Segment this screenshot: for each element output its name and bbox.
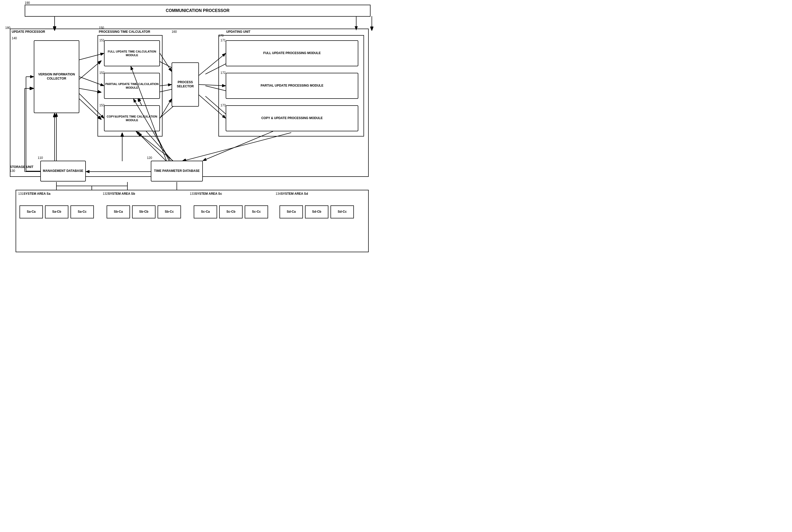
sc-cb-box: Sc-Cb xyxy=(219,205,243,218)
system-area-sd-label: SYSTEM AREA Sd xyxy=(281,192,308,195)
sd-cc-label: Sd-Cc xyxy=(338,210,347,214)
ref-190: 190 xyxy=(25,1,30,5)
sa-cb-label: Sa-Cb xyxy=(52,210,61,214)
sa-ca-label: Sa-Ca xyxy=(27,210,36,214)
partial-update-processing-box: PARTIAL UPDATE PROCESSING MODULE xyxy=(226,73,358,99)
storage-unit-label: STORAGE UNIT xyxy=(10,165,33,169)
copy-update-time-calc-label: COPY&UPDATE TIME CALCULATION MODULE xyxy=(104,115,159,122)
sa-cc-box: Sa-Cc xyxy=(71,205,94,218)
sd-cb-box: Sd-Cb xyxy=(305,205,328,218)
sb-cc-label: Sb-Cc xyxy=(165,210,174,214)
update-processor-label: UPDATE PROCESSOR xyxy=(12,30,45,34)
sc-ca-box: Sc-Ca xyxy=(194,205,217,218)
ref-172: 172 xyxy=(220,71,226,75)
process-selector-label: PROCESS SELECTOR xyxy=(172,80,198,89)
full-update-time-calc-box: FULL UPDATE TIME CALCULATION MODULE xyxy=(104,40,160,66)
ref-150: 150 xyxy=(99,26,104,30)
partial-update-time-calc-box: PARTIAL UPDATE TIME CALCULATION MODULE xyxy=(104,73,160,99)
ref-131: 131 xyxy=(18,192,23,195)
sd-cc-box: Sd-Cc xyxy=(330,205,354,218)
sb-cb-box: Sb-Cb xyxy=(132,205,155,218)
sb-cc-box: Sb-Cc xyxy=(158,205,181,218)
comm-proc-label: COMMUNICATION PROCESSOR xyxy=(166,8,229,14)
ref-160: 160 xyxy=(172,30,177,34)
sc-cb-label: Sc-Cb xyxy=(227,210,236,214)
ref-120: 120 xyxy=(147,156,152,160)
copy-update-time-calc-box: COPY&UPDATE TIME CALCULATION MODULE xyxy=(104,105,160,131)
system-area-sa-label: SYSTEM AREA Sa xyxy=(23,192,51,195)
copy-update-processing-label: COPY & UPDATE PROCESSING MODULE xyxy=(261,116,323,120)
sa-cb-box: Sa-Cb xyxy=(45,205,69,218)
partial-update-time-calc-label: PARTIAL UPDATE TIME CALCULATION MODULE xyxy=(104,82,159,90)
sc-cc-label: Sc-Cc xyxy=(252,210,261,214)
sd-cb-label: Sd-Cb xyxy=(312,210,321,214)
sd-ca-box: Sd-Ca xyxy=(279,205,303,218)
system-area-sb-label: SYSTEM AREA Sb xyxy=(108,192,135,195)
ref-173: 173 xyxy=(220,103,226,107)
sa-ca-box: Sa-Ca xyxy=(19,205,43,218)
ref-140: 140 xyxy=(12,36,17,40)
updating-unit-label: UPDATING UNIT xyxy=(226,30,250,34)
ref-110: 110 xyxy=(38,156,43,160)
communication-processor-box: COMMUNICATION PROCESSOR xyxy=(25,5,370,17)
partial-update-processing-label: PARTIAL UPDATE PROCESSING MODULE xyxy=(260,84,323,88)
sd-ca-label: Sd-Ca xyxy=(287,210,296,214)
version-info-label: VERSION INFORMATION COLLECTOR xyxy=(34,73,79,81)
full-update-time-calc-label: FULL UPDATE TIME CALCULATION MODULE xyxy=(104,50,159,57)
time-param-db-label: TIME PARAMETER DATABASE xyxy=(154,169,199,173)
system-area-sc-label: SYSTEM AREA Sc xyxy=(195,192,222,195)
process-selector-box: PROCESS SELECTOR xyxy=(172,62,199,107)
diagram: COMMUNICATION PROCESSOR 190 180 UPDATE P… xyxy=(0,0,396,266)
version-info-collector-box: VERSION INFORMATION COLLECTOR xyxy=(34,40,79,113)
ref-134: 134 xyxy=(276,192,281,195)
ref-130: 130 xyxy=(10,169,15,173)
time-parameter-database-box: TIME PARAMETER DATABASE xyxy=(151,161,203,182)
sb-ca-label: Sb-Ca xyxy=(114,210,123,214)
management-db-label: MANAGEMENT DATABASE xyxy=(43,169,83,173)
sb-cb-label: Sb-Cb xyxy=(139,210,148,214)
ref-171: 171 xyxy=(220,38,226,42)
copy-update-processing-box: COPY & UPDATE PROCESSING MODULE xyxy=(226,105,358,131)
storage-bottom-box xyxy=(16,190,369,252)
proc-time-calc-label: PROCESSING TIME CALCULATOR xyxy=(99,30,150,34)
full-update-processing-box: FULL UPDATE PROCESSING MODULE xyxy=(226,40,358,66)
sc-ca-label: Sc-Ca xyxy=(201,210,210,214)
sb-ca-box: Sb-Ca xyxy=(107,205,130,218)
full-update-processing-label: FULL UPDATE PROCESSING MODULE xyxy=(264,51,321,55)
ref-132: 132 xyxy=(103,192,108,195)
sc-cc-box: Sc-Cc xyxy=(245,205,268,218)
sa-cc-label: Sa-Cc xyxy=(78,210,86,214)
ref-133: 133 xyxy=(190,192,195,195)
management-database-box: MANAGEMENT DATABASE xyxy=(40,161,86,182)
